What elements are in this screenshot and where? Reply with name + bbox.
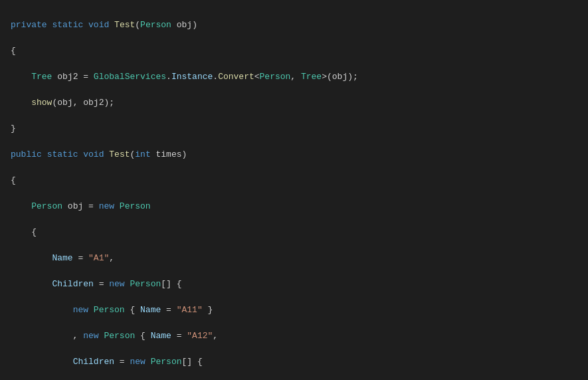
code-line: new Person { Name = "A11" } <box>0 304 588 317</box>
code-editor: private static void Test(Person obj) { T… <box>0 0 588 380</box>
code-line: { <box>0 45 588 58</box>
code-line: private static void Test(Person obj) <box>0 19 588 32</box>
code-line: public static void Test(int times) <box>0 148 588 161</box>
code-line: Name = "A1", <box>0 252 588 265</box>
code-line: { <box>0 174 588 187</box>
code-line: show(obj, obj2); <box>0 96 588 110</box>
code-line: Person obj = new Person <box>0 200 588 213</box>
code-line: , new Person { Name = "A12", <box>0 330 588 343</box>
code-line: { <box>0 226 588 239</box>
code-line: Tree obj2 = GlobalServices.Instance.Conv… <box>0 70 588 84</box>
code-line: } <box>0 122 588 136</box>
code-line: Children = new Person[] { <box>0 355 588 369</box>
code-line: Children = new Person[] { <box>0 278 588 291</box>
